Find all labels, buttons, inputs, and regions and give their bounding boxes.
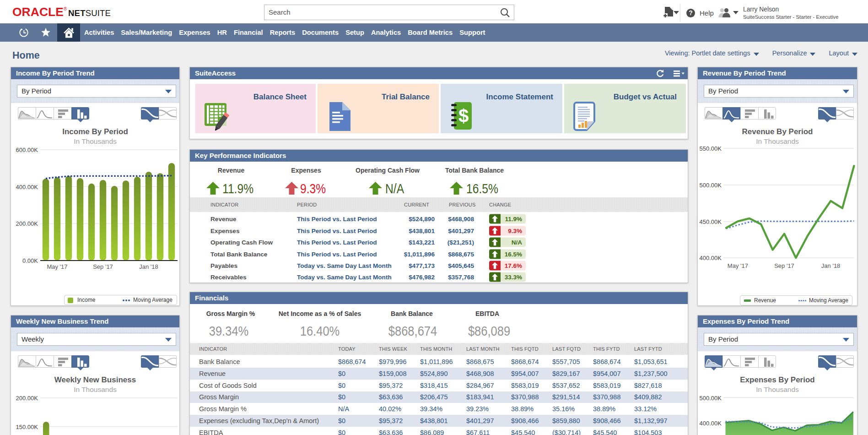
svg-text:200.00K: 200.00K <box>16 220 38 227</box>
svg-text:Sep '17: Sep '17 <box>93 263 113 270</box>
svg-text:May '17: May '17 <box>728 262 748 269</box>
svg-text:500.00K: 500.00K <box>700 395 722 402</box>
svg-text:Jan '18: Jan '18 <box>139 263 158 270</box>
svg-text:$: $ <box>458 106 469 126</box>
svg-text:550.00K: 550.00K <box>700 145 722 152</box>
svg-text:150.00K: 150.00K <box>16 424 38 430</box>
svg-text:200.00K: 200.00K <box>16 395 38 402</box>
svg-text:Sep '17: Sep '17 <box>774 262 794 269</box>
svg-text:400.00K: 400.00K <box>16 184 38 190</box>
svg-text:May '17: May '17 <box>47 263 67 270</box>
svg-text:450.00K: 450.00K <box>700 218 722 225</box>
svg-text:400.00K: 400.00K <box>700 420 722 427</box>
svg-text:500.00K: 500.00K <box>700 182 722 189</box>
svg-text:400.00K: 400.00K <box>700 255 722 261</box>
svg-text:600.00K: 600.00K <box>16 147 38 153</box>
svg-text:0.00K: 0.00K <box>22 257 38 264</box>
svg-text:Jan '18: Jan '18 <box>821 262 841 269</box>
